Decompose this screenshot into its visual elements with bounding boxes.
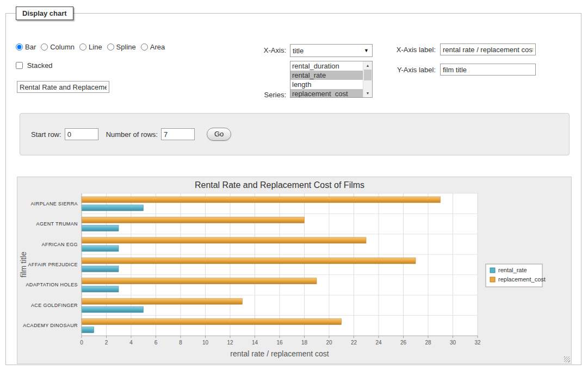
stacked-checkbox[interactable]	[16, 62, 23, 69]
chart-svg: 02468101214161820222426283032AIRPLANE SI…	[17, 177, 571, 363]
resize-handle-icon[interactable]	[564, 356, 570, 362]
svg-text:16: 16	[276, 340, 283, 346]
bar-replacement_cost	[82, 298, 243, 304]
chart-type-radio-group: BarColumnLineSplineArea	[16, 43, 170, 51]
bar-rental_rate	[82, 266, 119, 272]
svg-text:26: 26	[400, 340, 407, 346]
num-rows-input[interactable]	[161, 128, 195, 140]
svg-text:ACE GOLDFINGER: ACE GOLDFINGER	[31, 303, 78, 308]
bar-replacement_cost	[82, 278, 317, 284]
stacked-label: Stacked	[27, 61, 53, 70]
y-axis-label-input[interactable]	[440, 64, 536, 76]
go-button[interactable]: Go	[207, 128, 231, 141]
bar-rental_rate	[82, 306, 144, 312]
x-axis-ticks: 02468101214161820222426283032	[80, 336, 481, 346]
legend-label: rental_rate	[498, 267, 527, 273]
x-axis-label-input[interactable]	[440, 43, 536, 55]
svg-text:6: 6	[154, 340, 158, 346]
svg-text:12: 12	[227, 340, 233, 346]
svg-text:AFFAIR PREJUDICE: AFFAIR PREJUDICE	[28, 262, 78, 267]
svg-text:ACADEMY DINOSAUR: ACADEMY DINOSAUR	[23, 323, 78, 328]
svg-text:28: 28	[425, 340, 431, 346]
radio-label: Area	[150, 43, 165, 51]
svg-text:18: 18	[301, 340, 308, 346]
series-scrollbar[interactable]: ▲ ▼	[363, 61, 372, 97]
chart-type-option-bar[interactable]: Bar	[16, 43, 36, 51]
fieldset-legend: Display chart	[16, 7, 73, 20]
radio-bar[interactable]	[16, 43, 23, 51]
series-option-rental_rate[interactable]: rental_rate	[290, 71, 363, 80]
y-axis-title: film title	[19, 252, 28, 278]
series-label: Series:	[234, 91, 286, 99]
chart-legend: rental_ratereplacement_cost	[486, 264, 546, 287]
category-labels: AIRPLANE SIERRAAGENT TRUMANAFRICAN EGGAF…	[23, 201, 78, 329]
chart-panel: 02468101214161820222426283032AIRPLANE SI…	[17, 177, 572, 364]
svg-text:AGENT TRUMAN: AGENT TRUMAN	[36, 221, 78, 227]
legend-item-replacement_cost[interactable]: replacement_cost	[490, 276, 546, 283]
x-axis-label-caption: X-Axis label:	[381, 46, 436, 54]
display-chart-fieldset: Display chart BarColumnLineSplineArea St…	[5, 7, 581, 365]
radio-label: Bar	[25, 43, 36, 51]
svg-text:14: 14	[252, 340, 258, 346]
scroll-up-icon[interactable]: ▲	[363, 61, 372, 70]
svg-text:10: 10	[202, 340, 209, 346]
x-axis-select[interactable]: title ▼	[290, 44, 373, 57]
series-listbox[interactable]: rental_durationrental_ratelengthreplacem…	[290, 61, 373, 98]
svg-text:20: 20	[326, 340, 332, 346]
svg-text:24: 24	[375, 340, 382, 346]
bar-rental_rate	[82, 225, 119, 231]
chart-title-input[interactable]	[17, 81, 109, 93]
bar-replacement_cost	[82, 319, 342, 325]
radio-label: Column	[50, 43, 75, 51]
svg-text:4: 4	[129, 340, 133, 346]
scroll-down-icon[interactable]: ▼	[363, 89, 372, 97]
stacked-option[interactable]: Stacked	[16, 61, 53, 70]
svg-text:ADAPTATION HOLES: ADAPTATION HOLES	[26, 282, 78, 287]
svg-text:22: 22	[351, 340, 357, 346]
bar-rental_rate	[82, 327, 94, 333]
radio-label: Line	[89, 43, 102, 51]
scrollbar-track[interactable]	[363, 70, 372, 89]
radio-label: Spline	[116, 43, 136, 51]
x-axis-label: X-Axis:	[234, 46, 286, 54]
chart-type-option-spline[interactable]: Spline	[107, 43, 136, 51]
series-option-length[interactable]: length	[290, 80, 363, 89]
legend-label: replacement_cost	[498, 276, 546, 283]
svg-text:2: 2	[105, 340, 108, 346]
x-axis-selected-value: title	[293, 47, 364, 55]
bar-replacement_cost	[82, 217, 304, 223]
start-row-input[interactable]	[65, 128, 98, 140]
chart-type-option-area[interactable]: Area	[141, 43, 165, 51]
y-axis-label-caption: Y-Axis label:	[381, 66, 436, 74]
bar-replacement_cost	[82, 197, 441, 203]
bar-replacement_cost	[82, 237, 366, 243]
chart-type-option-column[interactable]: Column	[41, 43, 75, 51]
bar-rental_rate	[82, 205, 144, 211]
series-option-replacement_cost[interactable]: replacement_cost	[290, 89, 363, 98]
chart-title: Rental Rate and Replacement Cost of Film…	[195, 180, 364, 190]
bar-rental_rate	[82, 286, 119, 292]
series-options: rental_durationrental_ratelengthreplacem…	[290, 61, 363, 97]
x-axis-title: rental rate / replacement cost	[230, 349, 329, 358]
svg-text:AFRICAN EGG: AFRICAN EGG	[42, 242, 78, 247]
svg-text:0: 0	[80, 340, 83, 346]
svg-text:30: 30	[450, 340, 456, 346]
bar-replacement_cost	[82, 258, 416, 264]
chart-type-option-line[interactable]: Line	[79, 43, 102, 51]
legend-swatch-rental_rate	[490, 268, 495, 273]
stacked-label-wrap[interactable]: Stacked	[16, 61, 53, 70]
svg-text:8: 8	[179, 340, 182, 346]
scrollbar-thumb[interactable]	[364, 70, 372, 80]
start-row-label: Start row:	[31, 130, 61, 139]
radio-area[interactable]	[141, 43, 148, 51]
bar-rental_rate	[82, 246, 119, 252]
radio-column[interactable]	[41, 43, 48, 51]
chevron-down-icon: ▼	[364, 48, 370, 53]
num-rows-label: Number of rows:	[106, 130, 158, 139]
radio-line[interactable]	[79, 43, 86, 51]
series-option-rental_duration[interactable]: rental_duration	[290, 61, 363, 71]
radio-spline[interactable]	[107, 43, 114, 51]
legend-swatch-replacement_cost	[490, 277, 495, 282]
svg-text:AIRPLANE SIERRA: AIRPLANE SIERRA	[30, 201, 78, 206]
svg-text:32: 32	[474, 340, 481, 346]
